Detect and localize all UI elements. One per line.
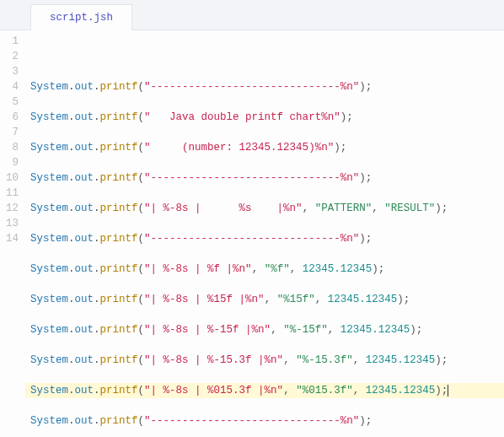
tok: printf	[100, 81, 138, 93]
tok: System	[30, 202, 68, 214]
code-line: System.out.printf("| %-8s | %-15f |%n", …	[30, 322, 504, 337]
line-number: 3	[0, 64, 25, 79]
tok: "------------------------------%n"	[144, 172, 359, 184]
tok: out	[75, 81, 94, 93]
tok: "%15f"	[277, 294, 315, 305]
tok: System	[30, 233, 68, 245]
tok: System	[30, 142, 68, 154]
line-number: 8	[0, 140, 25, 155]
line-number: 14	[0, 231, 25, 246]
tok: printf	[100, 294, 138, 305]
tok: "PATTERN"	[315, 202, 373, 214]
tok: System	[30, 263, 68, 275]
tok: out	[75, 385, 94, 397]
tok: out	[75, 415, 94, 427]
code-line: System.out.printf(" (number: 12345.12345…	[30, 140, 504, 155]
tok: out	[75, 263, 94, 275]
tok: printf	[100, 172, 138, 184]
tok: "------------------------------%n"	[144, 415, 359, 427]
tok: printf	[100, 385, 138, 397]
line-number: 2	[0, 49, 25, 64]
code-editor[interactable]: 1 2 3 4 5 6 7 8 9 10 11 12 13 14 System.…	[0, 30, 504, 437]
tok: System	[30, 385, 68, 397]
tok: 12345.12345	[303, 263, 373, 275]
tok: printf	[100, 111, 138, 123]
line-number: 7	[0, 125, 25, 140]
code-line: System.out.printf("---------------------…	[30, 413, 504, 429]
code-line: System.out.printf("| %-8s | %15f |%n", "…	[30, 292, 504, 307]
tok: printf	[100, 354, 138, 366]
tok: "------------------------------%n"	[144, 233, 359, 245]
tok: out	[75, 354, 94, 366]
tok: "| %-8s | %s |%n"	[144, 202, 303, 214]
line-number: 9	[0, 155, 25, 170]
tok: 12345.12345	[366, 385, 436, 397]
tok: "| %-8s | %015.3f |%n"	[144, 385, 283, 397]
tok: "%-15f"	[283, 324, 328, 336]
tok: out	[75, 202, 94, 214]
tok: out	[75, 172, 94, 184]
code-line: System.out.printf("---------------------…	[30, 79, 504, 94]
line-number: 12	[0, 201, 25, 216]
code-area[interactable]: System.out.printf("---------------------…	[25, 30, 504, 437]
tok: System	[30, 111, 68, 123]
tok: 12345.12345	[328, 294, 398, 305]
tok: "| %-8s | %-15.3f |%n"	[144, 354, 283, 366]
tok: "%-15.3f"	[296, 354, 353, 366]
line-gutter: 1 2 3 4 5 6 7 8 9 10 11 12 13 14	[0, 30, 25, 437]
tok: System	[30, 354, 68, 366]
tok: System	[30, 415, 68, 427]
tok: "------------------------------%n"	[144, 81, 359, 93]
tab-script[interactable]: script.jsh	[30, 4, 132, 30]
tok: "%f"	[265, 263, 290, 275]
tok: out	[75, 111, 94, 123]
tok: " (number: 12345.12345)%n"	[144, 142, 334, 154]
tok: 12345.12345	[366, 354, 436, 366]
tok: System	[30, 294, 68, 305]
code-line: System.out.printf("| %-8s | %s |%n", "PA…	[30, 201, 504, 216]
tok: 12345.12345	[340, 324, 410, 336]
tok: "| %-8s | %f |%n"	[144, 263, 252, 275]
tok: "%015.3f"	[296, 385, 353, 397]
tok: printf	[100, 324, 138, 336]
line-number: 1	[0, 34, 25, 49]
line-number: 4	[0, 79, 25, 94]
line-number: 13	[0, 216, 25, 231]
tok: "RESULT"	[384, 202, 435, 214]
code-line	[30, 49, 504, 64]
tab-bar: script.jsh	[0, 0, 504, 30]
code-line: System.out.printf("---------------------…	[30, 231, 504, 246]
line-number: 5	[0, 94, 25, 110]
tok: " Java double printf chart%n"	[144, 111, 340, 123]
tok: "| %-8s | %15f |%n"	[144, 294, 265, 305]
code-line: System.out.printf("---------------------…	[30, 170, 504, 186]
code-line: System.out.printf("| %-8s | %-15.3f |%n"…	[30, 353, 504, 368]
tok: printf	[100, 202, 138, 214]
line-number: 6	[0, 110, 25, 125]
tok: out	[75, 233, 94, 245]
code-line: System.out.printf(" Java double printf c…	[30, 110, 504, 125]
tok: out	[75, 142, 94, 154]
code-line: System.out.printf("| %-8s | %f |%n", "%f…	[30, 262, 504, 277]
tok: "| %-8s | %-15f |%n"	[144, 324, 271, 336]
tok: System	[30, 324, 68, 336]
tok: out	[75, 294, 94, 305]
tok: printf	[100, 415, 138, 427]
line-number: 10	[0, 170, 25, 186]
line-number: 11	[0, 186, 25, 201]
code-line-highlighted: System.out.printf("| %-8s | %015.3f |%n"…	[25, 383, 504, 398]
tok: out	[75, 324, 94, 336]
cursor-icon	[448, 385, 448, 397]
tok: printf	[100, 142, 138, 154]
tok: printf	[100, 263, 138, 275]
tok: System	[30, 81, 68, 93]
tok: printf	[100, 233, 138, 245]
tok: System	[30, 172, 68, 184]
tab-label: script.jsh	[50, 12, 113, 24]
